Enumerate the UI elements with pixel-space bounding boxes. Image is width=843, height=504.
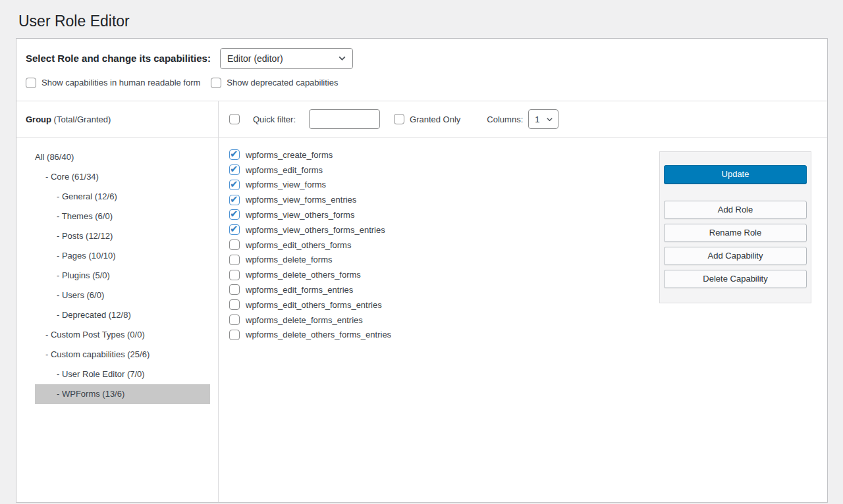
capability-label: wpforms_delete_forms_entries xyxy=(246,315,363,325)
update-button[interactable]: Update xyxy=(664,165,807,184)
group-tree-item[interactable]: - Themes (6/0) xyxy=(35,207,210,226)
group-tree-item[interactable]: - Pages (10/10) xyxy=(35,246,210,266)
granted-only-toggle[interactable]: Granted Only xyxy=(394,114,460,124)
groups-column: Group (Total/Granted) All (86/40)- Core … xyxy=(16,101,219,502)
chevron-down-icon xyxy=(338,54,346,63)
capability-checkbox[interactable] xyxy=(229,299,240,310)
show-deprecated-checkbox[interactable] xyxy=(211,78,221,88)
select-role-label: Select Role and change its capabilities: xyxy=(26,53,211,64)
capability-checkbox[interactable] xyxy=(229,255,240,265)
capability-row[interactable]: wpforms_edit_others_forms_entries xyxy=(229,297,659,313)
capability-row[interactable]: wpforms_view_forms xyxy=(229,177,659,192)
capability-label: wpforms_edit_forms xyxy=(246,165,323,175)
group-tree-item[interactable]: - WPForms (13/6) xyxy=(35,384,210,404)
capability-checkbox[interactable] xyxy=(229,330,240,340)
columns-label: Columns: xyxy=(487,114,523,124)
capability-checkbox[interactable] xyxy=(229,239,240,250)
capability-label: wpforms_view_others_forms_entries xyxy=(246,225,385,235)
capability-checkbox[interactable] xyxy=(229,270,240,280)
panel-columns: Group (Total/Granted) All (86/40)- Core … xyxy=(16,101,827,502)
capability-checkbox[interactable] xyxy=(229,224,240,235)
granted-only-checkbox[interactable] xyxy=(394,114,404,124)
group-tree-item[interactable]: - Plugins (5/0) xyxy=(35,266,210,286)
delete-capability-button[interactable]: Delete Capability xyxy=(664,270,807,288)
group-header-bold: Group xyxy=(26,114,51,124)
capability-row[interactable]: wpforms_view_forms_entries xyxy=(229,192,659,207)
capability-label: wpforms_edit_others_forms_entries xyxy=(246,300,382,310)
capability-label: wpforms_edit_forms_entries xyxy=(246,285,353,295)
capabilities-body: wpforms_create_formswpforms_edit_formswp… xyxy=(219,138,827,502)
capability-row[interactable]: wpforms_delete_forms xyxy=(229,252,659,267)
columns-select[interactable]: 1 xyxy=(528,109,558,129)
capability-checkbox[interactable] xyxy=(229,149,240,160)
actions-panel: Update Add Role Rename Role Add Capabili… xyxy=(659,151,811,303)
human-readable-label: Show capabilities in human readable form xyxy=(41,78,200,88)
group-tree-item[interactable]: - Users (6/0) xyxy=(35,286,210,305)
capability-label: wpforms_create_forms xyxy=(246,150,333,160)
group-tree-item[interactable]: - Custom capabilities (25/6) xyxy=(35,345,210,365)
rename-role-button[interactable]: Rename Role xyxy=(664,224,807,242)
capability-label: wpforms_view_forms xyxy=(246,180,326,189)
capability-checkbox[interactable] xyxy=(229,315,240,325)
show-deprecated-toggle[interactable]: Show deprecated capabilities xyxy=(211,78,338,88)
capability-row[interactable]: wpforms_view_others_forms_entries xyxy=(229,222,659,238)
group-header-rest: (Total/Granted) xyxy=(51,114,111,124)
role-select-row: Select Role and change its capabilities:… xyxy=(16,39,827,77)
capability-row[interactable]: wpforms_delete_forms_entries xyxy=(229,313,659,328)
show-deprecated-label: Show deprecated capabilities xyxy=(227,78,338,88)
user-role-editor-panel: Select Role and change its capabilities:… xyxy=(16,38,828,503)
group-tree-item[interactable]: All (86/40) xyxy=(35,147,210,167)
capability-row[interactable]: wpforms_view_others_forms xyxy=(229,207,659,222)
capability-label: wpforms_delete_others_forms_entries xyxy=(246,330,391,340)
capability-checkbox[interactable] xyxy=(229,209,240,220)
capability-row[interactable]: wpforms_delete_others_forms xyxy=(229,267,659,282)
capability-checkbox[interactable] xyxy=(229,195,240,205)
group-tree-item[interactable]: - Posts (12/12) xyxy=(35,226,210,246)
capability-row[interactable]: wpforms_delete_others_forms_entries xyxy=(229,327,659,342)
admin-page: User Role Editor Select Role and change … xyxy=(0,0,843,503)
columns-select-value: 1 xyxy=(535,114,539,124)
filter-bar: Quick filter: Granted Only Columns: 1 xyxy=(219,101,827,138)
group-tree-item[interactable]: - General (12/6) xyxy=(35,187,210,207)
role-select-value: Editor (editor) xyxy=(227,53,283,64)
add-capability-button[interactable]: Add Capability xyxy=(664,247,807,265)
page-title: User Role Editor xyxy=(16,5,828,38)
add-role-button[interactable]: Add Role xyxy=(664,201,807,219)
capability-label: wpforms_edit_others_forms xyxy=(246,240,351,250)
capability-checkbox[interactable] xyxy=(229,180,240,190)
group-tree-item[interactable]: - User Role Editor (7/0) xyxy=(35,365,210,384)
capability-row[interactable]: wpforms_edit_forms_entries xyxy=(229,282,659,297)
group-tree-item[interactable]: - Custom Post Types (0/0) xyxy=(35,325,210,345)
select-all-checkbox[interactable] xyxy=(229,114,240,124)
capability-label: wpforms_delete_others_forms xyxy=(246,270,361,280)
capability-label: wpforms_view_forms_entries xyxy=(246,195,356,205)
capability-row[interactable]: wpforms_create_forms xyxy=(229,147,659,163)
human-readable-checkbox[interactable] xyxy=(26,78,36,88)
quick-filter-label: Quick filter: xyxy=(253,114,296,124)
role-select[interactable]: Editor (editor) xyxy=(220,48,353,69)
quick-filter-input[interactable] xyxy=(309,109,380,129)
capability-label: wpforms_delete_forms xyxy=(246,255,333,265)
chevron-down-icon xyxy=(546,116,553,123)
capability-row[interactable]: wpforms_edit_others_forms xyxy=(229,238,659,253)
human-readable-toggle[interactable]: Show capabilities in human readable form xyxy=(26,78,200,88)
group-tree-item[interactable]: - Deprecated (12/8) xyxy=(35,305,210,325)
groups-header: Group (Total/Granted) xyxy=(16,101,218,138)
capability-checkbox[interactable] xyxy=(229,284,240,295)
capability-list: wpforms_create_formswpforms_edit_formswp… xyxy=(229,147,659,342)
group-tree-item[interactable]: - Core (61/34) xyxy=(35,167,210,187)
display-options-row: Show capabilities in human readable form… xyxy=(16,77,827,101)
capability-row[interactable]: wpforms_edit_forms xyxy=(229,163,659,178)
capability-checkbox[interactable] xyxy=(229,164,240,175)
granted-only-label: Granted Only xyxy=(410,114,460,124)
capability-label: wpforms_view_others_forms xyxy=(246,210,354,220)
capabilities-column: Quick filter: Granted Only Columns: 1 xyxy=(219,101,827,502)
group-tree: All (86/40)- Core (61/34)- General (12/6… xyxy=(16,138,218,404)
